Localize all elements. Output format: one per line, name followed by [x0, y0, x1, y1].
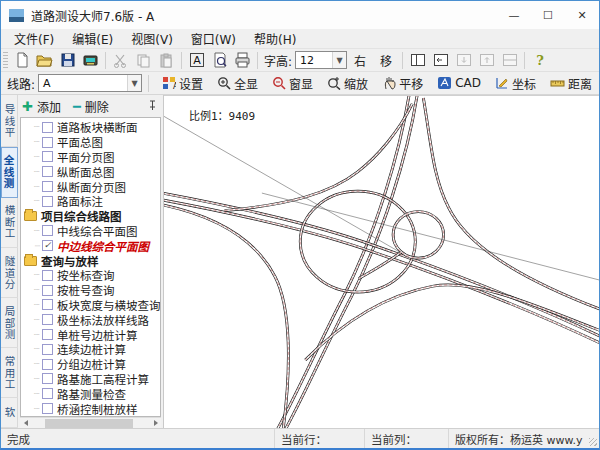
menu-item[interactable]: 帮助(H)	[245, 28, 305, 49]
tool-button-fit-all[interactable]: 全显	[210, 73, 265, 94]
tool-button-pan[interactable]: 平移	[375, 73, 430, 94]
tree-guide: ┈	[34, 359, 42, 369]
save-button[interactable]	[56, 50, 79, 71]
tree-item[interactable]: ┈中线综合平面图	[24, 224, 161, 239]
sidebar-tab-7[interactable]: 软件	[1, 398, 18, 428]
sidebar-tab-3[interactable]: 横断工程	[1, 198, 18, 248]
menu-item[interactable]: 编辑(E)	[63, 28, 122, 49]
checkbox[interactable]	[42, 181, 53, 192]
maximize-button[interactable]: ☐	[531, 1, 565, 29]
checkbox[interactable]: ✓	[42, 240, 53, 251]
cad-button[interactable]: CAD	[430, 74, 488, 92]
checkbox[interactable]	[42, 329, 53, 340]
tree-item[interactable]: ┈桥涵控制桩放样	[24, 401, 161, 416]
tree-item[interactable]: ┈纵断面分页图	[24, 179, 161, 194]
sidebar-tab-5[interactable]: 局部测设	[1, 298, 18, 348]
route-select[interactable]: A ▼	[38, 74, 142, 92]
minimize-button[interactable]: —	[497, 1, 531, 29]
copy-button[interactable]	[132, 50, 155, 71]
tool-button-distance[interactable]: 距离	[543, 73, 599, 94]
split-horizontal-button[interactable]	[498, 50, 521, 71]
device-button[interactable]	[79, 50, 102, 71]
help-button[interactable]: ?	[528, 50, 551, 71]
new-file-button[interactable]	[10, 50, 33, 71]
scroll-thumb[interactable]	[45, 419, 133, 428]
tree-vertical-scrollbar[interactable]	[161, 118, 162, 416]
print-button[interactable]	[231, 50, 254, 71]
scroll-left-icon[interactable]	[20, 418, 31, 429]
menu-item[interactable]: 窗口(W)	[182, 28, 245, 49]
tile-left-button[interactable]	[429, 50, 452, 71]
sidebar-tab-6[interactable]: 常用工具	[1, 348, 18, 398]
chevron-down-icon: ▼	[127, 75, 141, 91]
checkbox[interactable]	[42, 403, 53, 414]
tree-item-label: 极坐标法放样线路	[57, 312, 149, 327]
checkbox[interactable]	[42, 196, 53, 207]
add-button[interactable]: 添加	[35, 98, 63, 115]
tree-item[interactable]: ┈分组边桩计算	[24, 357, 161, 372]
window-down-button[interactable]	[452, 50, 475, 71]
tree-item[interactable]: ┈道路板块横断面	[24, 120, 161, 135]
tree-item[interactable]: ┈按桩号查询	[24, 283, 161, 298]
tree-item[interactable]: ┈极坐标法放样线路	[24, 312, 161, 327]
checkbox[interactable]	[42, 359, 53, 370]
scroll-right-icon[interactable]	[150, 418, 161, 429]
app-window: 道路测设大师7.6版 - A — ☐ ✕ 文件(F)编辑(E)视图(V)窗口(W…	[0, 0, 600, 450]
menu-item[interactable]: 视图(V)	[122, 28, 182, 49]
tool-button-zoom[interactable]: 缩放	[320, 73, 375, 94]
tree-item[interactable]: ┈路面标注	[24, 194, 161, 209]
checkbox[interactable]	[42, 388, 53, 399]
tree-item[interactable]: ┈连续边桩计算	[24, 342, 161, 357]
tool-button-settings[interactable]: A设置	[155, 73, 210, 94]
tree-item[interactable]: ┈路基测量检查	[24, 386, 161, 401]
font-height-select[interactable]: 12 ▼	[295, 51, 347, 69]
checkbox[interactable]	[42, 137, 53, 148]
checkbox[interactable]	[42, 373, 53, 384]
tree-item[interactable]: 查询与放样	[24, 253, 161, 268]
paste-button[interactable]	[155, 50, 178, 71]
tree-item-label: 道路板块横断面	[57, 120, 138, 135]
checkbox[interactable]	[42, 270, 53, 281]
tree-item[interactable]: ┈平面总图	[24, 135, 161, 150]
checkbox[interactable]	[42, 314, 53, 325]
checkbox[interactable]	[42, 166, 53, 177]
sidebar-tab-4[interactable]: 隧道分析	[1, 248, 18, 298]
tile-vertical-button[interactable]	[406, 50, 429, 71]
drawing-canvas[interactable]: 比例1：9409	[164, 95, 599, 428]
font-button[interactable]: A	[185, 50, 208, 71]
distance-icon	[550, 76, 565, 90]
toolbar-grip[interactable]	[3, 52, 8, 68]
tool-button-window-zoom[interactable]: 窗显	[265, 73, 320, 94]
print-preview-button[interactable]	[208, 50, 231, 71]
tree-item[interactable]: ┈纵断面总图	[24, 164, 161, 179]
close-button[interactable]: ✕	[565, 1, 599, 29]
tree-item[interactable]: ┈平面分页图	[24, 150, 161, 165]
menu-item[interactable]: 文件(F)	[5, 28, 63, 49]
sidebar-tab-1[interactable]: 导线平差	[1, 97, 18, 147]
tree-item[interactable]: 项目综合线路图	[24, 209, 161, 224]
tree-item[interactable]: ┈按坐标查询	[24, 268, 161, 283]
right-button[interactable]: 右	[347, 50, 373, 71]
tree-item[interactable]: ┈路基施工高程计算	[24, 372, 161, 387]
pin-icon[interactable]	[145, 99, 159, 114]
tree-item[interactable]: ┈板块宽度与横坡查询	[24, 298, 161, 313]
tree-item-label: 分组边桩计算	[57, 357, 126, 372]
delete-button[interactable]: 删除	[83, 98, 111, 115]
checkbox[interactable]	[42, 122, 53, 133]
tree-item[interactable]: ┈✓中边线综合平面图	[24, 238, 161, 253]
checkbox[interactable]	[42, 344, 53, 355]
sidebar-tab-2[interactable]: 全线测设	[1, 147, 18, 198]
resize-grip[interactable]	[587, 429, 599, 448]
checkbox[interactable]	[42, 151, 53, 162]
move-button[interactable]: 移	[373, 50, 399, 71]
checkbox[interactable]	[42, 285, 53, 296]
tool-button-coordinate[interactable]: 坐标	[488, 73, 543, 94]
checkbox[interactable]	[42, 225, 53, 236]
window-up-button[interactable]	[475, 50, 498, 71]
tree-item[interactable]: ┈单桩号边桩计算	[24, 327, 161, 342]
cut-button[interactable]	[109, 50, 132, 71]
tree-horizontal-scrollbar[interactable]	[20, 417, 161, 428]
open-file-button[interactable]	[33, 50, 56, 71]
checkbox[interactable]	[42, 299, 53, 310]
tool-button-label: 缩放	[344, 75, 368, 92]
